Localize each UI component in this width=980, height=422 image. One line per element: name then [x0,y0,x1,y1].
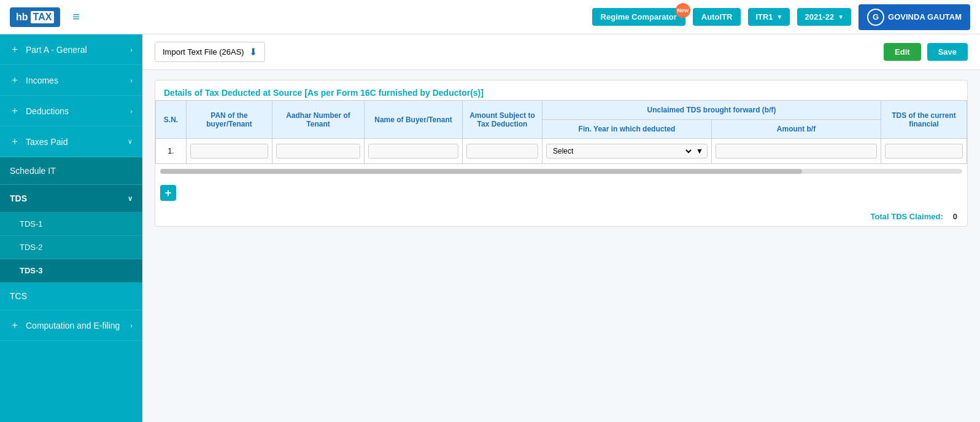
layout: ＋ Part A - General › ＋ Incomes › ＋ Deduc… [0,34,980,422]
total-row: Total TDS Claimed: 0 [155,207,967,226]
itr1-dropdown[interactable]: ITR1 ▼ [748,8,790,26]
col-header-amount-subject: Amount Subject to Tax Deduction [463,101,542,139]
new-badge: New [676,3,690,18]
sidebar-item-tcs[interactable]: TCS [0,283,142,310]
fin-year-select[interactable]: Select [550,146,693,156]
table-row: 1. [156,139,967,164]
plus-icon: ＋ [10,104,20,117]
sidebar-item-deductions[interactable]: ＋ Deductions › [0,96,142,127]
row-name-cell [365,139,463,164]
logo-hb: hb [16,12,28,23]
row-amtbf-cell [712,139,881,164]
save-button[interactable]: Save [927,43,968,61]
plus-icon: ＋ [10,135,20,148]
sidebar-item-tds[interactable]: TDS ∨ [0,185,142,213]
chevron-right-icon: › [130,46,133,53]
row-amount-cell [463,139,542,164]
add-row-button[interactable]: + [160,185,176,201]
user-name: GOVINDA GAUTAM [888,12,962,21]
col-header-pan: PAN of the buyer/Tenant [187,101,272,139]
edit-button[interactable]: Edit [884,43,921,61]
autoitr-button[interactable]: AutoITR [693,8,741,26]
sidebar-item-part-a[interactable]: ＋ Part A - General › [0,34,142,65]
main-content: Import Text File (26AS) ⬇ Edit Save Deta… [142,34,980,422]
sidebar-item-tds-label: TDS [10,193,27,203]
import-button[interactable]: Import Text File (26AS) ⬇ [155,42,265,62]
table-scroll-wrapper[interactable]: S.N. PAN of the buyer/Tenant Aadhar Numb… [155,100,967,164]
sidebar-item-incomes-label: Incomes [26,76,58,85]
user-menu-button[interactable]: G GOVINDA GAUTAM [858,4,970,30]
chevron-right-icon: › [130,77,133,84]
sidebar-item-tds3[interactable]: TDS-3 [0,259,142,283]
col-header-tds-current: TDS of the current financial [881,101,967,139]
toolbar: Import Text File (26AS) ⬇ Edit Save [142,34,980,70]
col-header-name: Name of Buyer/Tenant [365,101,463,139]
logo[interactable]: hb TAX [10,7,60,27]
section-title-wrapper: Details of Tax Deducted at Source [As pe… [155,80,967,100]
row-sn: 1. [156,139,187,164]
col-header-amount-bf: Amount b/f [712,120,881,139]
row-finyear-cell: Select ▼ [542,139,712,164]
sidebar-item-incomes[interactable]: ＋ Incomes › [0,65,142,96]
year-dropdown[interactable]: 2021-22 ▼ [797,8,851,26]
col-header-fin-year: Fin. Year in which deducted [542,120,712,139]
scroll-thumb [160,169,802,174]
horizontal-scrollbar[interactable] [160,169,962,174]
row-aadhar-cell [272,139,365,164]
amount-bf-input[interactable] [716,144,877,158]
regime-comparator-button[interactable]: Regime Comparator [592,8,685,26]
pan-input[interactable] [190,144,268,158]
sidebar-tds-sub: TDS-1 TDS-2 TDS-3 [0,213,142,283]
sidebar-item-schedule-it[interactable]: Schedule IT [0,157,142,185]
scrollbar-row [155,164,967,179]
download-icon: ⬇ [249,46,257,58]
sidebar-item-tcs-label: TCS [10,291,27,301]
plus-icon: ＋ [10,319,20,332]
amount-input[interactable] [466,144,538,158]
sidebar-item-deductions-label: Deductions [26,106,69,116]
sidebar-item-comp-label: Computation and E-filing [26,321,120,330]
chevron-down-icon: ∨ [128,195,133,203]
row-tds-deducted-cell [881,139,967,164]
sidebar-item-part-a-label: Part A - General [26,45,87,55]
sidebar-item-taxes-paid[interactable]: ＋ Taxes Paid ∨ [0,127,142,157]
select-chevron-icon: ▼ [696,147,703,155]
section-title: Details of Tax Deducted at Source [As pe… [164,88,484,98]
col-header-sn: S.N. [156,101,187,139]
sidebar-item-tds2[interactable]: TDS-2 [0,236,142,259]
logo-tax: TAX [31,11,55,23]
chevron-down-icon: ∨ [128,138,133,146]
sidebar-item-tds1[interactable]: TDS-1 [0,213,142,236]
sidebar-item-computation-efiling[interactable]: ＋ Computation and E-filing › [0,310,142,341]
topnav: hb TAX ≡ New Regime Comparator AutoITR I… [0,0,980,34]
import-label: Import Text File (26AS) [163,47,244,57]
plus-icon: ＋ [10,74,20,87]
aadhar-input[interactable] [276,144,360,158]
tds-table-container: Details of Tax Deducted at Source [As pe… [155,80,968,227]
hamburger-icon[interactable]: ≡ [72,10,80,24]
regime-comparator-wrapper: New Regime Comparator [592,8,685,26]
row-pan-cell [187,139,272,164]
content-area: Details of Tax Deducted at Source [As pe… [142,70,980,236]
tds-deducted-input[interactable] [885,144,963,158]
itr1-chevron-icon: ▼ [777,14,783,20]
name-input[interactable] [368,144,458,158]
sidebar-item-schedule-it-label: Schedule IT [10,166,56,176]
chevron-right-icon: › [130,322,133,329]
sidebar-item-taxes-paid-label: Taxes Paid [26,137,68,147]
tds-table: S.N. PAN of the buyer/Tenant Aadhar Numb… [155,100,967,164]
col-header-aadhar: Aadhar Number of Tenant [272,101,365,139]
year-chevron-icon: ▼ [838,14,844,20]
total-label: Total TDS Claimed: [871,212,943,221]
fin-year-select-wrapper: Select ▼ [546,144,708,158]
chevron-right-icon: › [130,107,133,115]
col-header-unclaimed-tds: Unclaimed TDS brought forward (b/f) [542,101,881,120]
total-value: 0 [953,212,957,221]
avatar: G [867,9,884,26]
sidebar: ＋ Part A - General › ＋ Incomes › ＋ Deduc… [0,34,142,422]
plus-icon: ＋ [10,43,20,56]
